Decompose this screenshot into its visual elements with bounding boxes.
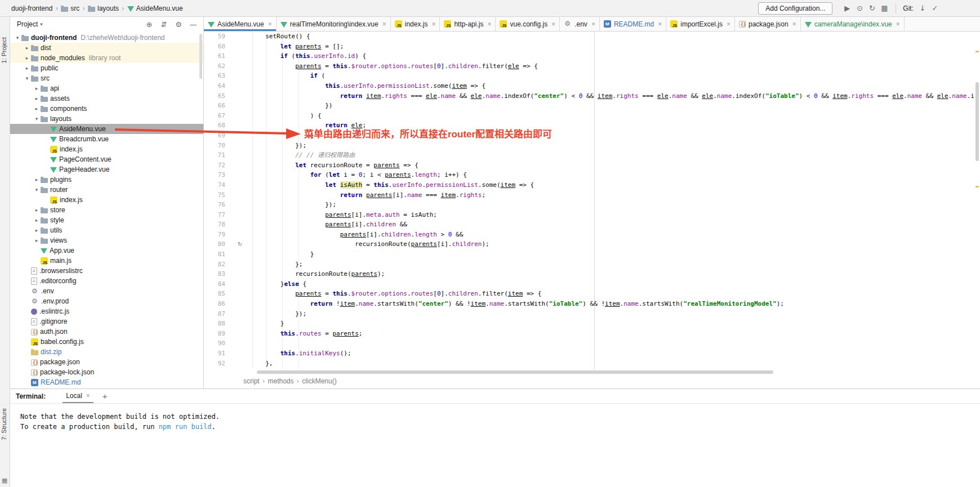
- editor-breadcrumb-item[interactable]: script: [243, 377, 260, 385]
- code-line[interactable]: 89 this.routes = parents;: [204, 329, 974, 339]
- code-line[interactable]: 69 }: [204, 131, 974, 141]
- breadcrumb-item[interactable]: src: [61, 5, 79, 12]
- code-line[interactable]: 66 }): [204, 101, 974, 111]
- chevron-right-icon[interactable]: ▸: [33, 217, 41, 223]
- editor-breadcrumb-item[interactable]: clickMenu(): [302, 377, 336, 385]
- editor-breadcrumb-item[interactable]: methods: [268, 377, 293, 385]
- hide-panel-icon[interactable]: —: [188, 20, 199, 29]
- editor-tab[interactable]: cameraManage\index.vue×: [801, 17, 905, 31]
- editor-tab[interactable]: README.md×: [600, 17, 666, 31]
- tab-close-icon[interactable]: ×: [591, 20, 595, 28]
- terminal-tab-local[interactable]: Local ×: [63, 390, 93, 403]
- structure-stripe-button[interactable]: 7: Structure: [1, 408, 7, 440]
- chevron-down-icon[interactable]: ▾: [23, 75, 31, 81]
- project-tree-item[interactable]: .browserslistrc: [10, 266, 203, 276]
- project-tree-item[interactable]: index.js: [10, 144, 203, 154]
- project-tree-item[interactable]: package.json: [10, 357, 203, 367]
- editor-tab[interactable]: package.json×: [735, 17, 801, 31]
- code-line[interactable]: 82 };: [204, 260, 974, 270]
- chevron-right-icon[interactable]: ▸: [33, 86, 41, 91]
- project-tree-item[interactable]: .env: [10, 286, 203, 296]
- editor-tab[interactable]: importExcel.js×: [666, 17, 735, 31]
- code-line[interactable]: 63 if (: [204, 71, 974, 81]
- tab-close-icon[interactable]: ×: [382, 20, 386, 28]
- warning-stripe-mark[interactable]: [975, 186, 979, 187]
- tree-scrollbar[interactable]: [199, 34, 202, 79]
- code-line[interactable]: 90: [204, 338, 974, 349]
- warning-stripe-mark[interactable]: [975, 51, 979, 52]
- editor-tab[interactable]: realTimeMonitoring\index.vue×: [277, 17, 391, 31]
- project-tree-item[interactable]: main.js: [10, 256, 203, 266]
- project-tree-item[interactable]: ▾src: [10, 73, 203, 83]
- tab-close-icon[interactable]: ×: [431, 20, 435, 28]
- project-stripe-button[interactable]: 1: Project: [1, 37, 7, 63]
- chevron-down-icon[interactable]: ▾: [33, 116, 41, 122]
- code-editor[interactable]: 59 setRoute() {60 let parents = [];61 if…: [204, 32, 974, 369]
- vertical-scrollbar[interactable]: [974, 32, 980, 369]
- code-line[interactable]: 85 parents = this.$router.options.routes…: [204, 289, 974, 299]
- chevron-right-icon[interactable]: ▸: [33, 238, 41, 243]
- breadcrumb-item[interactable]: duoji-frontend: [11, 5, 52, 12]
- project-tree-item[interactable]: AsideMenu.vue: [10, 124, 203, 134]
- tab-close-icon[interactable]: ×: [792, 20, 796, 28]
- code-line[interactable]: 59 setRoute() {: [204, 32, 974, 42]
- project-tree-item[interactable]: PageContent.vue: [10, 154, 203, 164]
- project-tree-item[interactable]: babel.config.js: [10, 337, 203, 347]
- project-tree-item[interactable]: dist.zip: [10, 347, 203, 357]
- code-line[interactable]: 60 let parents = [];: [204, 42, 974, 52]
- code-line[interactable]: 87 });: [204, 309, 974, 319]
- tab-close-icon[interactable]: ×: [658, 20, 662, 28]
- tab-close-icon[interactable]: ×: [86, 392, 90, 400]
- layout-icon[interactable]: ▦: [879, 4, 890, 12]
- code-line[interactable]: 80↻ recursionRoute(parents[i].children);: [204, 239, 974, 249]
- chevron-right-icon[interactable]: ▸: [33, 177, 41, 182]
- breadcrumb-item[interactable]: AsideMenu.vue: [127, 5, 183, 12]
- code-line[interactable]: 75 return parents[i].name === item.right…: [204, 190, 974, 200]
- code-line[interactable]: 76 });: [204, 200, 974, 210]
- tab-close-icon[interactable]: ×: [487, 20, 491, 28]
- code-line[interactable]: 86 return !item.name.startsWith("center"…: [204, 299, 974, 309]
- chevron-right-icon[interactable]: ▸: [23, 55, 31, 61]
- project-tree-item[interactable]: ▸api: [10, 83, 203, 93]
- code-line[interactable]: 88 }: [204, 319, 974, 329]
- chevron-right-icon[interactable]: ▸: [23, 45, 31, 51]
- new-terminal-icon[interactable]: +: [103, 391, 108, 401]
- tool-window-switcher-icon[interactable]: ▦: [2, 477, 7, 484]
- code-line[interactable]: 70 });: [204, 141, 974, 151]
- add-configuration-button[interactable]: Add Configuration...: [758, 2, 832, 15]
- code-line[interactable]: 61 if (this.userInfo.id) {: [204, 51, 974, 61]
- project-tree-item[interactable]: ▾layouts: [10, 114, 203, 124]
- terminal-output[interactable]: Note that the development build is not o…: [10, 404, 980, 432]
- tab-close-icon[interactable]: ×: [727, 20, 730, 28]
- tab-close-icon[interactable]: ×: [896, 20, 900, 28]
- project-tree-item[interactable]: auth.json: [10, 327, 203, 337]
- project-tree-item[interactable]: ▸utils: [10, 225, 203, 235]
- code-line[interactable]: 78 parents[i].children &&: [204, 220, 974, 230]
- project-tree-item[interactable]: PageHeader.vue: [10, 164, 203, 175]
- code-line[interactable]: 74 let isAuth = this.userInfo.permission…: [204, 180, 974, 190]
- code-line[interactable]: 81 }: [204, 249, 974, 260]
- project-tree-item[interactable]: ▾router: [10, 185, 203, 195]
- project-tree-item[interactable]: ▸views: [10, 235, 203, 245]
- project-tree-item[interactable]: ▸style: [10, 215, 203, 225]
- project-tree-item[interactable]: ▸plugins: [10, 175, 203, 185]
- chevron-right-icon[interactable]: ▸: [33, 106, 41, 111]
- code-line[interactable]: 91 this.initialKeys();: [204, 349, 974, 359]
- code-line[interactable]: 72 let recursionRoute = parents => {: [204, 160, 974, 171]
- project-tree-item[interactable]: ▸public: [10, 63, 203, 73]
- project-tree-item[interactable]: App.vue: [10, 245, 203, 256]
- code-line[interactable]: 67 ) {: [204, 111, 974, 121]
- tab-close-icon[interactable]: ×: [551, 20, 555, 28]
- project-tree-item[interactable]: ▸assets: [10, 93, 203, 104]
- code-line[interactable]: 68 return ele;: [204, 120, 974, 131]
- code-line[interactable]: 83 recursionRoute(parents);: [204, 269, 974, 279]
- code-line[interactable]: 64 this.userInfo.permissionList.some(ite…: [204, 81, 974, 91]
- editor-tab[interactable]: vue.config.js×: [496, 17, 560, 31]
- locate-file-icon[interactable]: ⊕: [144, 20, 155, 29]
- project-tree-item[interactable]: ▸dist: [10, 43, 203, 53]
- project-tree-item[interactable]: README.md: [10, 377, 203, 387]
- code-line[interactable]: 62 parents = this.$router.options.routes…: [204, 61, 974, 72]
- editor-tab[interactable]: http-api.js×: [440, 17, 496, 31]
- project-tree-item[interactable]: ▾duoji-frontendD:\zheheWeb\duoji-fronten…: [10, 33, 203, 43]
- chevron-right-icon[interactable]: ▸: [33, 96, 41, 101]
